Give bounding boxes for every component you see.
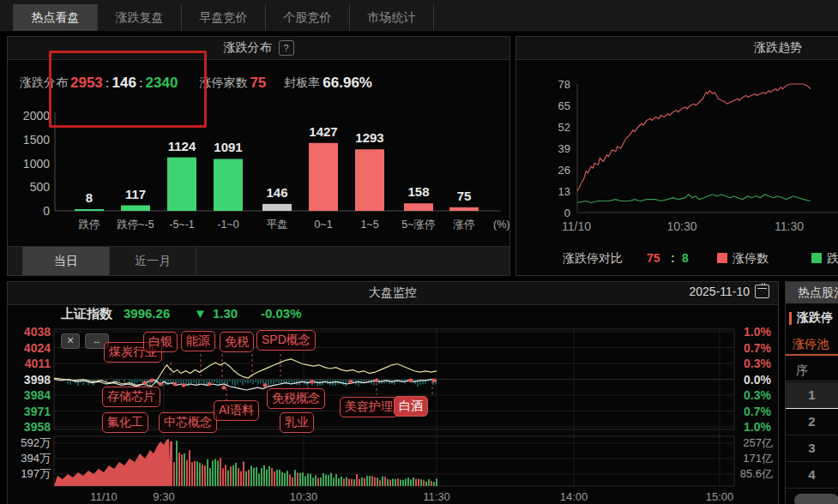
distribution-bar-chart[interactable]: 20001500100050008跌停117跌停~-51124-5~-11091… (8, 37, 511, 249)
price-ytick-left: 3971 (24, 405, 51, 418)
legend-up-item: 涨停数 (717, 251, 732, 265)
limit-up-pool-label: 涨停池 (793, 337, 829, 351)
limit-up-pool-rows: 12345 (786, 382, 838, 504)
svg-text:1091: 1091 (214, 140, 242, 154)
sector-label-免税[interactable]: 免税 (220, 332, 254, 352)
market-xtick: 11/10 (90, 490, 118, 503)
sector-label-AI语料[interactable]: AI语料 (214, 400, 259, 421)
trend-ytick: 0 (564, 207, 570, 219)
price-ytick-left: 4011 (25, 357, 51, 370)
top-tab-bar: 热点看盘涨跌复盘早盘竞价个股竞价市场统计 (0, 0, 838, 33)
price-ytick-left: 4038 (24, 325, 51, 339)
trend-ytick: 65 (558, 99, 570, 112)
trend-ytick: 39 (558, 142, 570, 155)
svg-text:158: 158 (407, 184, 429, 199)
market-xtick: 10:30 (290, 490, 318, 503)
price-ytick-left: 3998 (24, 373, 51, 387)
svg-text:1500: 1500 (23, 133, 50, 147)
sector-label-氟化工[interactable]: 氟化工 (102, 412, 148, 433)
legend-colon: : (671, 251, 675, 265)
pool-row-4[interactable]: 4 (786, 462, 838, 489)
sector-label-乳业[interactable]: 乳业 (280, 412, 314, 433)
price-ytick-right: 0.7% (744, 341, 771, 355)
svg-text:涨停: 涨停 (453, 219, 475, 231)
pool-row-3[interactable]: 3 (786, 435, 838, 462)
top-tab-2[interactable]: 涨跌复盘 (98, 4, 182, 31)
sector-label-白酒[interactable]: 白酒 (394, 396, 428, 417)
hotspot-tab[interactable]: 热点股池 (786, 282, 838, 303)
dist-subtab-1[interactable]: 当日 (22, 247, 110, 275)
legend-up-count: 75 (647, 251, 660, 265)
volume-ytick-right: 257亿 (743, 435, 773, 451)
hotspot-tab-label: 热点股池 (798, 285, 838, 301)
top-tab-1[interactable]: 热点看盘 (13, 4, 98, 31)
pool-row-2[interactable]: 2 (786, 409, 838, 435)
limit-up-pool-tab[interactable]: 涨停池 (786, 333, 838, 356)
market-xtick: 11:30 (423, 490, 450, 503)
price-ytick-right: 0.0% (744, 373, 771, 387)
price-ytick-right: 0.3% (744, 388, 771, 402)
svg-text:2000: 2000 (23, 109, 50, 123)
seq-column-header: 序 (786, 359, 838, 381)
sector-label-SPD概念[interactable]: SPD概念 (256, 330, 316, 351)
sector-label-存储芯片[interactable]: 存储芯片 (102, 387, 160, 407)
legend-down-count: 8 (682, 251, 689, 265)
svg-text:1293: 1293 (355, 130, 383, 145)
top-tab-3[interactable]: 早盘竞价 (182, 4, 266, 31)
distribution-subtabs: 当日近一月 (8, 246, 509, 275)
svg-text:(%): (%) (493, 219, 509, 231)
svg-text:500: 500 (30, 180, 51, 194)
down-series-name: 跌停数 (827, 251, 838, 267)
top-tab-4[interactable]: 个股竞价 (266, 4, 350, 31)
svg-text:平盘: 平盘 (267, 219, 288, 231)
close-icon[interactable]: ✕ (61, 333, 80, 349)
trend-xtick: 11:30 (775, 219, 804, 233)
sector-label-能源[interactable]: 能源 (181, 331, 215, 351)
price-ytick-left: 3958 (24, 420, 51, 434)
svg-text:跌停~-5: 跌停~-5 (117, 219, 154, 231)
trend-ytick: 13 (558, 185, 570, 198)
svg-text:8: 8 (86, 190, 93, 205)
hotspot-pool-panel: 热点股池 涨跌停 涨停池 序 12345 (785, 281, 838, 504)
price-ytick-left: 4024 (24, 341, 51, 355)
distribution-panel: 涨跌分布 ? 涨跌分布 2953 : 146 : 2340 涨停家数 75 封板… (7, 36, 510, 276)
volume-ytick-left: 592万 (21, 435, 51, 451)
dist-subtab-2[interactable]: 近一月 (110, 247, 196, 275)
up-series-swatch (717, 253, 727, 263)
sector-label-中芯概念[interactable]: 中芯概念 (159, 412, 217, 433)
svg-text:0: 0 (43, 204, 50, 218)
market-monitor-panel: 大盘监控 2025-11-10 上证指数 3996.26 ▼ 1.30 -0.0… (7, 281, 779, 504)
svg-text:5~涨停: 5~涨停 (401, 219, 435, 231)
up-series-name: 涨停数 (732, 251, 769, 267)
top-tab-5[interactable]: 市场统计 (350, 4, 434, 31)
svg-text:跌停: 跌停 (79, 219, 100, 231)
trend-legend: 涨跌停对比 75 : 8 涨停数 跌停数 (516, 251, 838, 268)
limit-updown-label: 涨跌停 (797, 310, 833, 326)
sector-label-白银[interactable]: 白银 (143, 332, 178, 352)
trend-panel: 涨跌趋势 786552392613011/1010:3011:30 涨跌停对比 … (515, 36, 838, 276)
trend-ytick: 26 (558, 164, 570, 177)
volume-ytick-right: 85.6亿 (740, 466, 773, 482)
trend-xtick: 11/10 (562, 219, 591, 233)
svg-text:146: 146 (266, 185, 287, 200)
price-ytick-right: 1.0% (744, 420, 771, 434)
trend-xtick: 10:30 (666, 219, 696, 233)
market-xtick: 9:30 (153, 490, 174, 503)
svg-text:1~5: 1~5 (360, 219, 378, 231)
scroll-thumb[interactable] (794, 494, 838, 504)
market-xtick: 15:00 (706, 490, 734, 503)
market-xtick: 14:00 (560, 490, 588, 503)
svg-text:1124: 1124 (168, 139, 196, 153)
sector-label-免税概念[interactable]: 免税概念 (267, 388, 325, 409)
sector-label-美容护理[interactable]: 美容护理 (340, 397, 398, 417)
price-ytick-right: 0.7% (744, 405, 771, 418)
svg-text:1000: 1000 (23, 157, 50, 171)
svg-text:75: 75 (457, 189, 472, 203)
section-accent-bar (789, 312, 792, 325)
svg-text:-1~0: -1~0 (217, 219, 238, 231)
svg-text:0~1: 0~1 (314, 219, 332, 231)
trend-ytick: 78 (558, 78, 570, 91)
svg-text:1427: 1427 (309, 124, 337, 139)
pool-row-1[interactable]: 1 (786, 382, 838, 409)
trend-ytick: 52 (558, 121, 570, 134)
